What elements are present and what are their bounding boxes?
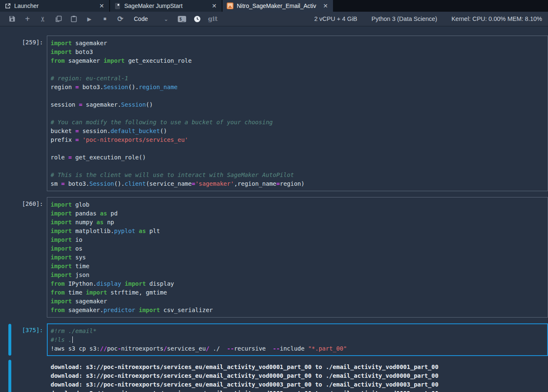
execution-count: [259]: bbox=[11, 36, 47, 191]
close-icon[interactable]: ✕ bbox=[98, 3, 105, 9]
code-token: time bbox=[72, 263, 90, 269]
close-icon[interactable]: ✕ bbox=[322, 3, 329, 9]
output-collapser[interactable] bbox=[8, 360, 11, 392]
chevron-down-icon: ⌄ bbox=[164, 16, 168, 22]
code-line: import boto3 bbox=[51, 48, 544, 56]
code-editor[interactable]: import sagemakerimport boto3from sagemak… bbox=[47, 36, 548, 191]
code-token: client bbox=[125, 180, 146, 187]
terminal-icon[interactable]: $_ bbox=[174, 13, 189, 25]
output-line: download: s3://poc-nitroexports/services… bbox=[51, 363, 545, 372]
code-token: () bbox=[160, 128, 167, 134]
code-line: from IPython.display import display bbox=[51, 279, 544, 288]
code-line: import numpy as np bbox=[51, 218, 544, 227]
cut-cell-icon[interactable]: ✂ bbox=[35, 13, 51, 25]
code-token: (service_name bbox=[146, 180, 192, 187]
cell-collapser[interactable] bbox=[8, 36, 11, 191]
code-token: import bbox=[125, 280, 146, 287]
code-token: (). bbox=[114, 180, 125, 187]
add-cell-icon[interactable]: + bbox=[20, 13, 35, 25]
code-token: import bbox=[51, 201, 72, 208]
clock-icon[interactable] bbox=[189, 13, 205, 25]
run-cell-icon[interactable]: ▶ bbox=[82, 13, 97, 25]
code-line: !aws s3 cp s3://poc-nitroexports/service… bbox=[51, 344, 544, 353]
code-editor[interactable]: #!rm ./email*#!ls .!aws s3 cp s3://poc-n… bbox=[47, 323, 548, 356]
code-token: (). bbox=[128, 84, 138, 90]
code-token: = bbox=[61, 180, 64, 187]
execution-count: [375]: bbox=[11, 323, 47, 356]
code-line: from sagemaker import get_execution_role bbox=[51, 56, 544, 65]
code-line: session = sagemaker.Session() bbox=[51, 100, 544, 109]
code-token: services_eu bbox=[167, 345, 206, 352]
code-token: io bbox=[72, 236, 82, 243]
code-token: sagemaker bbox=[65, 57, 104, 64]
save-icon[interactable] bbox=[4, 13, 20, 25]
code-token: sagemaker bbox=[72, 298, 107, 305]
output-body: download: s3://poc-nitroexports/services… bbox=[47, 359, 548, 392]
cell-output: download: s3://poc-nitroexports/services… bbox=[0, 359, 548, 392]
code-editor[interactable]: import globimport pandas as pdimport num… bbox=[47, 197, 548, 318]
code-token: sagemaker. bbox=[65, 307, 104, 313]
code-token: # You can modify the following to use a … bbox=[51, 119, 273, 126]
code-token bbox=[79, 136, 82, 143]
cell-collapser[interactable] bbox=[8, 197, 11, 317]
code-token: boto3 bbox=[72, 49, 93, 55]
code-line: bucket = session.default_bucket() bbox=[51, 127, 544, 136]
code-token: #!ls . bbox=[51, 336, 72, 343]
code-token: session bbox=[51, 101, 79, 108]
tab-nitro-notebook[interactable]: Nitro_SageMaker_Email_Activ ✕ bbox=[223, 0, 334, 12]
code-token: from bbox=[51, 280, 65, 287]
code-line: import pandas as pd bbox=[51, 209, 544, 218]
code-token: 'poc-nitroexports/services_eu' bbox=[82, 136, 188, 143]
tab-launcher[interactable]: Launcher ✕ bbox=[0, 0, 110, 12]
code-token: boto3. bbox=[79, 84, 103, 90]
code-token: import bbox=[51, 263, 72, 269]
code-token bbox=[135, 228, 138, 234]
code-line bbox=[51, 144, 544, 153]
code-line: prefix = 'poc-nitroexports/services_eu' bbox=[51, 136, 544, 144]
jumpstart-icon bbox=[114, 3, 121, 9]
code-token: glob bbox=[72, 201, 90, 208]
code-token: from bbox=[51, 307, 65, 313]
code-token: import bbox=[103, 57, 125, 64]
tab-sagemaker-jumpstart[interactable]: SageMaker JumpStart ✕ bbox=[110, 0, 223, 12]
code-token: import bbox=[51, 219, 72, 225]
code-token: matplotlib. bbox=[72, 228, 114, 234]
paste-cell-icon[interactable] bbox=[66, 13, 82, 25]
cell-rail bbox=[0, 197, 11, 318]
code-token: get_execution_role() bbox=[72, 154, 146, 161]
launcher-icon bbox=[4, 3, 11, 9]
code-token: import bbox=[51, 40, 72, 46]
restart-kernel-icon[interactable]: ⟳ bbox=[113, 13, 128, 25]
code-line: role = get_execution_role() bbox=[51, 153, 544, 162]
code-token: Session bbox=[90, 180, 114, 187]
output-line: download: s3://poc-nitroexports/services… bbox=[51, 389, 545, 392]
code-token: sagemaker. bbox=[82, 101, 121, 108]
code-token: import bbox=[51, 272, 72, 278]
code-token: sm bbox=[51, 180, 61, 187]
code-line: import sys bbox=[51, 253, 544, 262]
notebook-panel: [259]:import sagemakerimport boto3from s… bbox=[0, 26, 548, 392]
code-token: "*.part_00" bbox=[308, 345, 347, 352]
git-icon[interactable]: git bbox=[205, 13, 220, 25]
code-token: bucket bbox=[51, 128, 75, 134]
cell-type-select[interactable]: Code ⌄ bbox=[134, 15, 168, 22]
kernel-name-label[interactable]: Python 3 (Data Science) bbox=[371, 15, 437, 22]
instance-type-label[interactable]: 2 vCPU + 4 GiB bbox=[314, 15, 357, 22]
close-icon[interactable]: ✕ bbox=[211, 3, 218, 9]
code-token: import bbox=[51, 210, 72, 217]
copy-cell-icon[interactable] bbox=[51, 13, 66, 25]
code-token: recursive bbox=[234, 345, 273, 352]
cell-collapser[interactable] bbox=[8, 324, 11, 356]
code-token: / bbox=[164, 345, 167, 352]
code-token: np bbox=[103, 219, 114, 225]
code-cell: [259]:import sagemakerimport boto3from s… bbox=[0, 36, 548, 191]
code-token: default_bucket bbox=[110, 128, 160, 134]
code-token: import bbox=[139, 307, 160, 313]
notebook-toolbar: + ✂ ▶ ■ ⟳ Code ⌄ $_ git 2 vCPU + 4 GiB P… bbox=[0, 12, 548, 26]
code-token: import bbox=[51, 254, 72, 261]
code-token: import bbox=[86, 289, 107, 296]
stop-kernel-icon[interactable]: ■ bbox=[97, 13, 113, 25]
code-line: import matplotlib.pyplot as plt bbox=[51, 227, 544, 236]
code-token: = bbox=[79, 101, 82, 108]
kernel-status-label: Kernel: CPU: 0.00% MEM: 8.10% bbox=[451, 15, 542, 22]
